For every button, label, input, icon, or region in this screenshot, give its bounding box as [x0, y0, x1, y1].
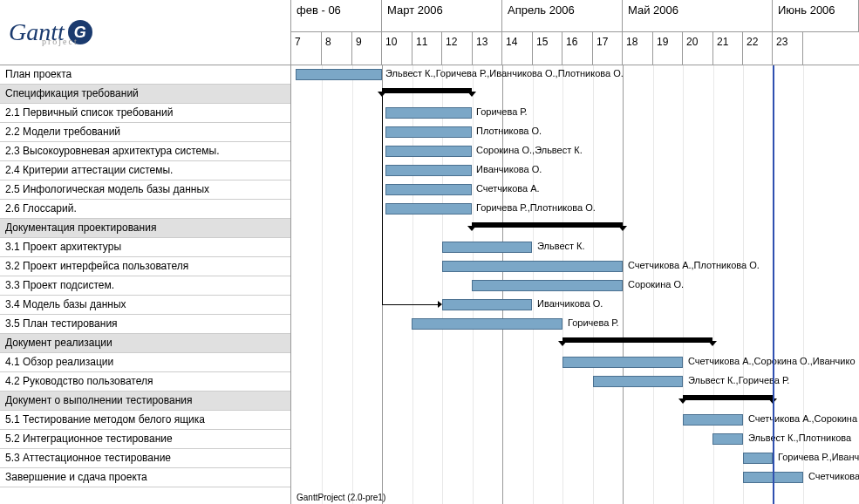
task-bar[interactable] — [385, 184, 472, 195]
task-assignee-label: Горичева Р. — [476, 106, 528, 117]
task-row[interactable]: 5.2 Интеграционное тестирование — [0, 430, 290, 449]
task-assignee-label: Иванчикова О. — [476, 164, 542, 174]
task-assignee-label: Горичева Р. — [568, 317, 619, 328]
task-assignee-label: Счетчикова А.,Плотникова О. — [628, 260, 760, 270]
task-bar[interactable] — [593, 376, 683, 387]
task-bar[interactable] — [683, 414, 743, 426]
task-bar[interactable] — [385, 203, 472, 215]
week-header: 12 — [442, 32, 473, 65]
task-assignee-label: Счетчикова А. — [476, 183, 540, 194]
task-row[interactable]: Спецификация требований — [0, 85, 290, 104]
task-assignee-label: Эльвест К.,Горичева Р.,Иванчикова О.,Пло… — [385, 68, 624, 78]
task-row[interactable]: 3.1 Проект архитектуры — [0, 238, 290, 257]
task-bar[interactable] — [296, 69, 382, 80]
task-row[interactable]: 2.6 Глоссарий. — [0, 200, 290, 219]
task-assignee-label: Горичева Р.,Иванч — [778, 452, 859, 462]
week-header: 22 — [743, 32, 773, 65]
task-assignee-label: Иванчикова О. — [537, 298, 603, 309]
summary-bar[interactable] — [562, 337, 712, 343]
today-line — [773, 65, 774, 504]
summary-bar[interactable] — [683, 395, 773, 400]
task-bar[interactable] — [385, 107, 472, 119]
gantt-chart[interactable]: Эльвест К.,Горичева Р.,Иванчикова О.,Пло… — [291, 65, 859, 504]
task-row[interactable]: Документация проектирования — [0, 219, 290, 238]
task-row[interactable]: Завершение и сдача проекта — [0, 468, 290, 487]
week-header: 11 — [412, 32, 442, 65]
task-assignee-label: Счетчикова — [808, 471, 859, 481]
week-header: 8 — [322, 32, 352, 65]
summary-bar[interactable] — [382, 88, 472, 93]
task-bar[interactable] — [743, 453, 773, 464]
week-header: 18 — [623, 32, 653, 65]
summary-bar[interactable] — [472, 222, 623, 228]
week-header: 23 — [773, 32, 803, 65]
month-header: фев - 06 — [291, 0, 382, 31]
month-header: Май 2006 — [623, 0, 773, 31]
week-header: 21 — [713, 32, 743, 65]
footer-version: GanttProject (2.0-pre1) — [291, 491, 391, 504]
task-row[interactable]: 2.5 Инфологическая модель базы данных — [0, 180, 290, 200]
task-row[interactable]: 5.1 Тестирование методом белого ящика — [0, 411, 290, 430]
task-list[interactable]: План проектаСпецификация требований2.1 П… — [0, 65, 291, 504]
week-header: 7 — [291, 32, 322, 65]
month-header: Апрель 2006 — [502, 0, 623, 31]
task-row[interactable]: Документ о выполнении тестирования — [0, 392, 290, 411]
task-bar[interactable] — [442, 261, 623, 272]
task-row[interactable]: План проекта — [0, 65, 290, 85]
task-row[interactable]: 3.2 Проект интерфейса пользователя — [0, 257, 290, 276]
month-header: Март 2006 — [382, 0, 502, 31]
logo-subtitle: project — [42, 37, 78, 46]
task-bar[interactable] — [472, 280, 623, 291]
task-row[interactable]: 4.2 Руководство пользователя — [0, 372, 290, 392]
task-bar[interactable] — [442, 299, 532, 310]
task-bar[interactable] — [385, 126, 472, 138]
task-row[interactable]: 3.5 План тестирования — [0, 315, 290, 334]
task-row[interactable]: 2.2 Модели требований — [0, 123, 290, 142]
task-row[interactable]: 2.1 Первичный список требований — [0, 104, 290, 123]
task-bar[interactable] — [385, 146, 472, 157]
week-header: 10 — [382, 32, 412, 65]
task-row[interactable]: Документ реализации — [0, 334, 290, 353]
task-assignee-label: Горичева Р.,Плотникова О. — [476, 202, 596, 213]
task-row[interactable]: 3.4 Модель базы данных — [0, 296, 290, 315]
task-row[interactable]: 3.3 Проект подсистем. — [0, 276, 290, 296]
task-assignee-label: Счетчикова А.,Сорокина О.,Иванчико — [688, 356, 856, 366]
logo: Gantt project G — [0, 0, 290, 65]
task-assignee-label: Сорокина О.,Эльвест К. — [476, 145, 583, 155]
timeline-header: фев - 06Март 2006Апрель 2006Май 2006Июнь… — [290, 0, 859, 65]
week-header: 19 — [653, 32, 683, 65]
week-header: 16 — [562, 32, 593, 65]
task-row[interactable]: 2.4 Критерии аттестации системы. — [0, 161, 290, 180]
task-bar[interactable] — [442, 242, 532, 253]
task-row[interactable]: 5.3 Аттестационное тестирование — [0, 449, 290, 468]
task-assignee-label: Сорокина О. — [628, 279, 684, 289]
week-header: 20 — [683, 32, 713, 65]
task-bar[interactable] — [385, 165, 472, 176]
week-header: 17 — [593, 32, 623, 65]
task-bar[interactable] — [712, 433, 743, 445]
week-header: 13 — [473, 32, 502, 65]
task-assignee-label: Эльвест К.,Плотникова — [748, 432, 851, 443]
task-bar[interactable] — [562, 357, 683, 368]
task-bar[interactable] — [412, 318, 562, 330]
task-assignee-label: Эльвест К. — [537, 241, 585, 251]
task-assignee-label: Счетчикова А.,Сорокина О.,Ив — [748, 413, 859, 424]
week-header: 15 — [533, 32, 562, 65]
week-header: 9 — [352, 32, 382, 65]
month-header: Июнь 2006 — [773, 0, 859, 31]
task-row[interactable]: 2.3 Высокоуровневая архитектура системы. — [0, 142, 290, 161]
week-header: 14 — [502, 32, 533, 65]
task-assignee-label: Плотникова О. — [476, 126, 542, 136]
task-row[interactable]: 4.1 Обзор реализации — [0, 353, 290, 372]
